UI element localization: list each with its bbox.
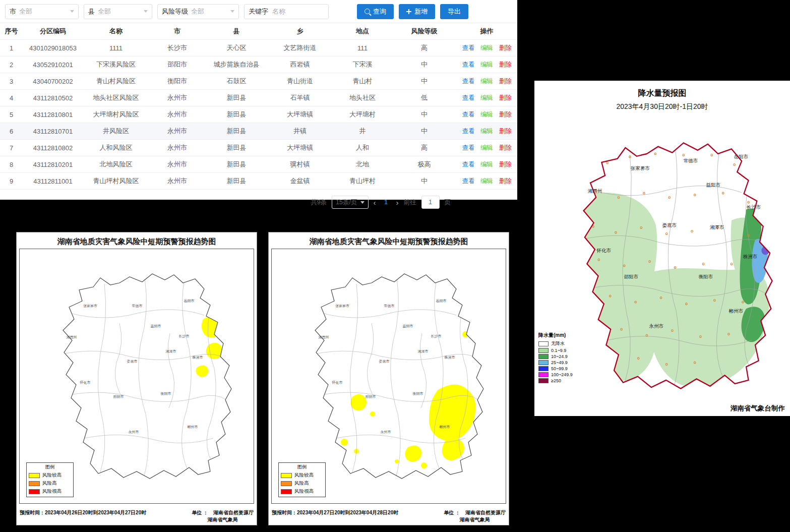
- cell-name: 1111: [83, 40, 149, 56]
- cell-city: 永州市: [149, 156, 206, 173]
- search-button[interactable]: 查询: [357, 4, 394, 19]
- next-page-button[interactable]: ›: [396, 198, 399, 207]
- view-link[interactable]: 查看: [462, 44, 474, 51]
- view-link[interactable]: 查看: [462, 61, 474, 68]
- map-city-label: 娄底市: [127, 359, 138, 364]
- goto-label: 前往: [404, 198, 416, 207]
- map-city-label: 衡阳市: [699, 274, 713, 279]
- cell-place: 111: [333, 40, 392, 56]
- edit-link[interactable]: 编辑: [480, 161, 493, 168]
- edit-link[interactable]: 编辑: [480, 128, 493, 135]
- view-link[interactable]: 查看: [462, 94, 474, 101]
- view-link[interactable]: 查看: [462, 161, 474, 168]
- page-size-select[interactable]: 15条/页: [332, 196, 368, 209]
- cell-no: 6: [0, 123, 23, 140]
- cell-code: 43112810201: [23, 156, 83, 173]
- cell-city: 永州市: [149, 173, 206, 190]
- chevron-down-icon: [144, 10, 148, 13]
- map-city-label: 怀化市: [596, 248, 612, 253]
- cell-town: 大坪塘镇: [267, 140, 333, 156]
- unit-org-2: 湖南省气象局: [460, 516, 490, 523]
- goto-unit: 页: [445, 198, 451, 207]
- risk-zone-table: 序号 分区编码 名称 市 县 乡 地点 风险等级 操作 1 4301029018…: [0, 23, 517, 190]
- cell-place: 井: [333, 123, 392, 140]
- legend-title: 图例: [281, 464, 323, 470]
- edit-link[interactable]: 编辑: [480, 144, 493, 151]
- prev-page-button[interactable]: ‹: [374, 198, 376, 207]
- trend-map-title: 湖南省地质灾害气象风险中短期预警预报趋势图: [17, 232, 257, 247]
- add-button[interactable]: 新增: [399, 4, 435, 19]
- view-link[interactable]: 查看: [462, 128, 474, 135]
- legend-title: 降水量(mm): [538, 332, 573, 339]
- export-button-label: 导出: [448, 7, 461, 16]
- legend-label: 50~99.9: [551, 366, 568, 371]
- cell-county: 石鼓区: [206, 73, 267, 90]
- forecast-time: 预报时间：2023年04月26日20时到2023年04月27日20时: [20, 509, 146, 516]
- county-select[interactable]: 县 全部: [84, 4, 152, 19]
- legend-label: 风险很高: [42, 488, 62, 495]
- city-select[interactable]: 市 全部: [5, 4, 79, 19]
- legend-label: 风险很高: [294, 488, 314, 495]
- cell-county: 新田县: [206, 106, 267, 123]
- map-city-label: 岳阳市: [184, 299, 195, 303]
- cell-county: 新田县: [206, 156, 267, 173]
- cell-no: 9: [0, 173, 23, 190]
- cell-no: 5: [0, 106, 23, 123]
- legend-swatch: [281, 481, 292, 486]
- keyword-input[interactable]: [271, 7, 324, 16]
- delete-link[interactable]: 删除: [499, 94, 512, 101]
- cell-code: 43112811001: [23, 173, 83, 190]
- city-select-label: 市: [10, 7, 16, 16]
- view-link[interactable]: 查看: [462, 178, 474, 185]
- view-link[interactable]: 查看: [462, 144, 474, 151]
- trend-map-card-1: 湖南省地质灾害气象风险中短期预警预报趋势图: [16, 232, 257, 525]
- cell-no: 4: [0, 90, 23, 106]
- map-city-label: 湘西州: [319, 335, 329, 339]
- edit-link[interactable]: 编辑: [480, 178, 493, 185]
- view-link[interactable]: 查看: [462, 111, 474, 118]
- map-city-label: 益阳市: [706, 182, 721, 188]
- cell-code: 4301029018053: [23, 40, 83, 56]
- delete-link[interactable]: 删除: [499, 161, 512, 168]
- export-button[interactable]: 导出: [440, 4, 468, 19]
- page-number-1[interactable]: 1: [381, 199, 391, 206]
- risk-select-value: 全部: [191, 7, 227, 16]
- delete-link[interactable]: 删除: [499, 78, 512, 85]
- trend-map-footer: 预报时间：2023年04月27日20时到2023年04月28日20时 单位 ： …: [272, 509, 506, 523]
- cell-code: 43112810801: [23, 106, 83, 123]
- edit-link[interactable]: 编辑: [480, 94, 493, 101]
- delete-link[interactable]: 删除: [499, 111, 512, 118]
- legend-label: 风险较高: [294, 472, 314, 479]
- cell-county: 新田县: [206, 173, 267, 190]
- map-city-label: 长沙市: [179, 334, 190, 338]
- cell-risk: 中: [392, 173, 456, 190]
- map-city-label: 邵阳市: [366, 394, 376, 399]
- cell-ops: 查看 编辑 删除: [456, 56, 517, 73]
- map-city-label: 湘西州: [67, 335, 77, 339]
- edit-link[interactable]: 编辑: [480, 44, 493, 51]
- goto-page-input[interactable]: [421, 196, 440, 209]
- trend-map-card-2: 湖南省地质灾害气象风险中短期预警预报趋势图: [268, 232, 509, 525]
- county-select-label: 县: [88, 7, 95, 16]
- unit-label: 单位 ：: [444, 510, 460, 515]
- edit-link[interactable]: 编辑: [480, 111, 493, 118]
- map-city-label: 张家界市: [631, 165, 650, 171]
- delete-link[interactable]: 删除: [499, 44, 512, 51]
- map-city-label: 邵阳市: [624, 274, 639, 279]
- map-city-label: 益阳市: [151, 324, 161, 328]
- plus-icon: [406, 9, 411, 14]
- edit-link[interactable]: 编辑: [480, 78, 493, 85]
- view-link[interactable]: 查看: [462, 78, 474, 85]
- delete-link[interactable]: 删除: [499, 61, 512, 68]
- edit-link[interactable]: 编辑: [480, 61, 493, 68]
- keyword-field[interactable]: 关键字: [244, 4, 329, 19]
- risk-level-select[interactable]: 风险等级 全部: [157, 4, 239, 19]
- legend-label: 100~249.9: [551, 372, 573, 377]
- delete-link[interactable]: 删除: [499, 128, 512, 135]
- trend-map-legend: 图例 风险较高 风险高 风险很高: [26, 462, 74, 497]
- cell-risk: 低: [392, 90, 456, 106]
- delete-link[interactable]: 删除: [499, 144, 512, 151]
- cell-city: 衡阳市: [149, 73, 206, 90]
- delete-link[interactable]: 删除: [499, 178, 512, 185]
- chevron-down-icon: [70, 10, 74, 13]
